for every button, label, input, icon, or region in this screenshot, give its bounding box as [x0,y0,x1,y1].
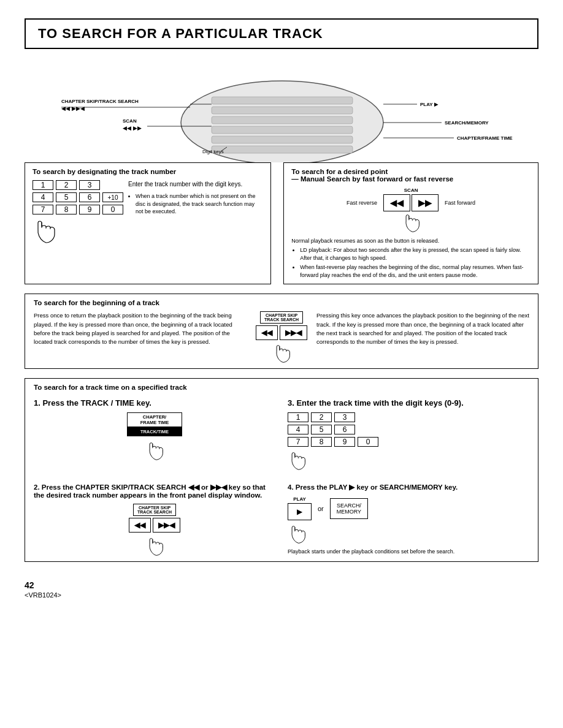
steps-grid: 1. Press the TRACK / TIME key. CHAPTER/F… [34,398,529,556]
step-1-heading: 1. Press the TRACK / TIME key. [34,398,275,408]
hand-icon-step1 [145,439,164,461]
fast-forward-label: Fast forward [445,200,475,206]
hand-icon-scan [402,211,420,233]
svg-rect-4 [212,126,353,134]
scan-nav-buttons: ◀◀ ▶▶ [383,194,439,211]
search-mem-area: SEARCH/MEMORY [330,498,368,519]
scan-buttons-row: Fast reverse ◀◀ ▶▶ Fast forward [347,194,475,211]
page-title: TO SEARCH FOR A PARTICULAR TRACK [38,26,525,42]
key-1: 1 [33,180,53,190]
rewind-button: ◀◀ [383,194,410,211]
step-3-keys-area: 1 2 3 4 5 6 7 8 9 0 [288,412,529,447]
hand-icon-chapter [272,342,291,363]
search-track-content: 1 2 3 4 5 6 +10 7 8 9 0 [33,180,263,244]
step-2-block: 2. Press the CHAPTER SKIP/TRACK SEARCH ◀… [34,483,275,556]
svg-rect-3 [212,116,353,124]
chapter-frame-button: CHAPTER/FRAME TIME TRACK/TIME [127,412,182,436]
play-label: PLAY [293,496,306,502]
step2-prev-btn: ◀◀ [129,518,151,533]
top-sections-row: To search by designating the track numbe… [25,162,538,284]
step3-key-9: 9 [334,437,355,447]
key-5: 5 [56,192,77,202]
instruction-bullets: When a track number which is not present… [128,192,263,216]
key-7: 7 [33,205,53,214]
step3-row-3: 7 8 9 0 [288,437,378,447]
fast-reverse-label: Fast reverse [347,200,377,206]
remote-diagram: CHAPTER SKIP/TRACK SEARCH ◀◀ ▶▶◀ SCAN ◀◀… [25,67,538,162]
digit-row-1: 1 2 3 [33,180,123,190]
enter-text: Enter the track number with the digit ke… [128,180,263,216]
step2-next-btn: ▶▶◀ [153,518,180,533]
step-1-button-area: CHAPTER/FRAME TIME TRACK/TIME [34,412,275,436]
search-mem-button: SEARCH/MEMORY [330,498,368,519]
chapter-skip-label-center: CHAPTER SKIP TRACK SEARCH [260,311,303,324]
step3-key-4: 4 [288,425,308,434]
step3-key-6: 6 [334,425,355,434]
track-time-section: To search for a track time on a specifie… [25,378,538,562]
search-point-section: To search for a desired point — Manual S… [283,162,538,284]
step3-row-2: 4 5 6 [288,425,355,434]
digit-key-area: 1 2 3 4 5 6 +10 7 8 9 0 [33,180,123,244]
beginning-track-title: To search for the beginning of a track [34,299,529,306]
hand-icon-step3 [288,449,306,471]
step3-key-3: 3 [334,412,355,422]
svg-rect-2 [212,107,353,114]
step3-key-1: 1 [288,412,308,422]
bullet-fast-reverse: When fast-reverse play reaches the begin… [300,264,530,279]
remote-svg: CHAPTER SKIP/TRACK SEARCH ◀◀ ▶▶◀ SCAN ◀◀… [25,67,563,162]
step-2-chapter-label: CHAPTER SKIPTRACK SEARCH [133,504,176,516]
svg-text:PLAY ▶: PLAY ▶ [420,102,439,107]
key-3: 3 [79,180,100,190]
step-2-nav-btns: ◀◀ ▶▶◀ [129,518,180,533]
digit-row-2: 4 5 6 +10 [33,192,123,202]
svg-text:SEARCH/MEMORY: SEARCH/MEMORY [445,120,489,126]
step-3-heading: 3. Enter the track time with the digit k… [288,398,529,408]
desired-point-bullets: LD playback: For about two seconds after… [291,246,530,279]
search-track-title: To search by designating the track numbe… [33,168,263,175]
hand-icon-step2 [145,535,164,556]
step-4-heading: 4. Press the PLAY ▶ key or SEARCH/MEMORY… [288,483,529,491]
step-2-buttons: CHAPTER SKIPTRACK SEARCH ◀◀ ▶▶◀ [34,504,275,556]
key-8: 8 [56,205,77,214]
svg-text:SCAN: SCAN [123,118,137,124]
svg-rect-5 [212,136,353,143]
search-track-section: To search by designating the track numbe… [25,162,271,284]
beginning-center: CHAPTER SKIP TRACK SEARCH ◀◀ ▶▶◀ [256,311,307,363]
page-footer: 42 <VRB1024> [25,580,538,599]
page-number: 42 [25,580,538,590]
key-0: 0 [102,205,123,214]
scan-area: SCAN Fast reverse ◀◀ ▶▶ Fast forward [291,188,530,233]
step-3-block: 3. Enter the track time with the digit k… [288,398,529,471]
part-number: <VRB1024> [25,591,538,599]
key-4: 4 [33,192,53,202]
bullet-ld: LD playback: For about two seconds after… [300,246,530,262]
or-text: or [318,505,324,512]
prev-track-btn: ◀◀ [256,325,278,340]
chapter-frame-label: CHAPTER/FRAME TIME [127,412,182,427]
hand-icon-step4 [288,523,306,544]
beginning-left-text: Press once to return the playback positi… [34,311,247,346]
step-1-block: 1. Press the TRACK / TIME key. CHAPTER/F… [34,398,275,471]
step3-key-7: 7 [288,437,308,447]
next-track-btn: ▶▶◀ [280,325,307,340]
hand-icon-1 [33,217,56,244]
chapter-skip-btns-center: ◀◀ ▶▶◀ [256,325,307,340]
svg-text:Digit keys: Digit keys [202,149,224,154]
key-9: 9 [79,205,100,214]
track-time-label: TRACK/TIME [127,427,182,436]
step3-key-5: 5 [311,425,332,434]
key-6: 6 [79,192,100,202]
beginning-track-section: To search for the beginning of a track P… [25,294,538,369]
step3-key-0: 0 [358,437,378,447]
key-plus10: +10 [102,192,123,202]
step-4-buttons: PLAY ▶ or SEARCH/MEMORY [288,496,529,520]
digit-row-3: 7 8 9 0 [33,205,123,214]
page-title-box: TO SEARCH FOR A PARTICULAR TRACK [25,18,538,49]
step-4-block: 4. Press the PLAY ▶ key or SEARCH/MEMORY… [288,483,529,556]
svg-text:CHAPTER/FRAME TIME: CHAPTER/FRAME TIME [457,135,513,141]
search-point-title: To search for a desired point — Manual S… [291,168,530,183]
beginning-right-text: Pressing this key once advances the play… [316,311,529,346]
step-2-heading: 2. Press the CHAPTER SKIP/TRACK SEARCH ◀… [34,483,275,499]
step3-key-8: 8 [311,437,332,447]
svg-rect-1 [212,97,353,104]
